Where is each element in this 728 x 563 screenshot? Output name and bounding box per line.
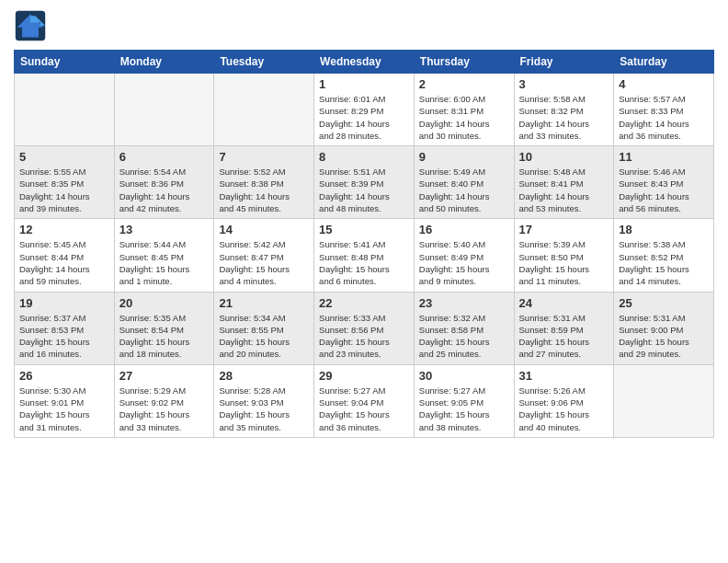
- weekday-header-monday: Monday: [114, 51, 214, 74]
- logo-area: [14, 9, 51, 42]
- week-row-2: 5Sunrise: 5:55 AM Sunset: 8:35 PM Daylig…: [15, 146, 714, 219]
- day-number: 21: [219, 296, 309, 310]
- day-number: 7: [219, 150, 309, 164]
- day-info: Sunrise: 6:00 AM Sunset: 8:31 PM Dayligh…: [419, 93, 509, 142]
- calendar-cell: 25Sunrise: 5:31 AM Sunset: 9:00 PM Dayli…: [614, 292, 714, 364]
- day-number: 5: [19, 150, 109, 164]
- calendar-cell: 24Sunrise: 5:31 AM Sunset: 8:59 PM Dayli…: [514, 292, 614, 364]
- calendar-cell: 13Sunrise: 5:44 AM Sunset: 8:45 PM Dayli…: [114, 219, 214, 292]
- day-info: Sunrise: 5:32 AM Sunset: 8:58 PM Dayligh…: [419, 312, 509, 361]
- weekday-header-wednesday: Wednesday: [314, 51, 415, 74]
- week-row-4: 19Sunrise: 5:37 AM Sunset: 8:53 PM Dayli…: [15, 292, 714, 364]
- calendar-cell: 21Sunrise: 5:34 AM Sunset: 8:55 PM Dayli…: [214, 292, 314, 364]
- calendar-cell: 2Sunrise: 6:00 AM Sunset: 8:31 PM Daylig…: [414, 74, 514, 146]
- weekday-header-tuesday: Tuesday: [214, 51, 314, 74]
- calendar-cell: 28Sunrise: 5:28 AM Sunset: 9:03 PM Dayli…: [214, 364, 314, 437]
- day-number: 24: [519, 296, 609, 310]
- day-info: Sunrise: 5:48 AM Sunset: 8:41 PM Dayligh…: [519, 166, 609, 214]
- day-info: Sunrise: 5:30 AM Sunset: 9:01 PM Dayligh…: [19, 385, 109, 433]
- calendar-cell: 29Sunrise: 5:27 AM Sunset: 9:04 PM Dayli…: [314, 364, 415, 437]
- calendar-cell: 26Sunrise: 5:30 AM Sunset: 9:01 PM Dayli…: [15, 364, 115, 437]
- logo-icon: [14, 9, 47, 42]
- day-number: 30: [419, 369, 509, 383]
- calendar-cell: 20Sunrise: 5:35 AM Sunset: 8:54 PM Dayli…: [114, 292, 214, 364]
- day-number: 13: [119, 223, 210, 236]
- day-info: Sunrise: 5:27 AM Sunset: 9:04 PM Dayligh…: [319, 385, 409, 433]
- day-number: 22: [319, 296, 409, 310]
- day-number: 4: [619, 77, 709, 91]
- page-header: [14, 9, 714, 42]
- calendar-cell: 22Sunrise: 5:33 AM Sunset: 8:56 PM Dayli…: [314, 292, 415, 364]
- calendar-cell: 8Sunrise: 5:51 AM Sunset: 8:39 PM Daylig…: [314, 146, 415, 219]
- day-info: Sunrise: 5:27 AM Sunset: 9:05 PM Dayligh…: [419, 385, 509, 433]
- calendar-cell: 17Sunrise: 5:39 AM Sunset: 8:50 PM Dayli…: [514, 219, 614, 292]
- day-number: 8: [319, 150, 409, 164]
- day-info: Sunrise: 5:35 AM Sunset: 8:54 PM Dayligh…: [119, 312, 210, 361]
- day-number: 28: [219, 369, 309, 383]
- day-info: Sunrise: 5:31 AM Sunset: 8:59 PM Dayligh…: [519, 312, 609, 361]
- calendar-cell: 27Sunrise: 5:29 AM Sunset: 9:02 PM Dayli…: [114, 364, 214, 437]
- day-info: Sunrise: 5:40 AM Sunset: 8:49 PM Dayligh…: [419, 238, 509, 287]
- day-info: Sunrise: 5:29 AM Sunset: 9:02 PM Dayligh…: [119, 385, 210, 433]
- week-row-1: 1Sunrise: 6:01 AM Sunset: 8:29 PM Daylig…: [15, 74, 714, 146]
- day-info: Sunrise: 5:42 AM Sunset: 8:47 PM Dayligh…: [219, 238, 309, 287]
- day-info: Sunrise: 5:46 AM Sunset: 8:43 PM Dayligh…: [619, 166, 709, 214]
- calendar-cell: 14Sunrise: 5:42 AM Sunset: 8:47 PM Dayli…: [214, 219, 314, 292]
- week-row-3: 12Sunrise: 5:45 AM Sunset: 8:44 PM Dayli…: [15, 219, 714, 292]
- day-info: Sunrise: 5:26 AM Sunset: 9:06 PM Dayligh…: [519, 385, 609, 433]
- day-info: Sunrise: 5:54 AM Sunset: 8:36 PM Dayligh…: [119, 166, 210, 214]
- calendar-cell: [15, 74, 115, 146]
- calendar-cell: 10Sunrise: 5:48 AM Sunset: 8:41 PM Dayli…: [514, 146, 614, 219]
- day-info: Sunrise: 5:28 AM Sunset: 9:03 PM Dayligh…: [219, 385, 309, 433]
- day-info: Sunrise: 5:49 AM Sunset: 8:40 PM Dayligh…: [419, 166, 509, 214]
- calendar-cell: 19Sunrise: 5:37 AM Sunset: 8:53 PM Dayli…: [15, 292, 115, 364]
- calendar-page: SundayMondayTuesdayWednesdayThursdayFrid…: [0, 0, 728, 563]
- calendar-cell: 18Sunrise: 5:38 AM Sunset: 8:52 PM Dayli…: [614, 219, 714, 292]
- day-info: Sunrise: 5:51 AM Sunset: 8:39 PM Dayligh…: [319, 166, 409, 214]
- day-number: 12: [19, 223, 109, 236]
- calendar-cell: [114, 74, 214, 146]
- calendar-cell: 15Sunrise: 5:41 AM Sunset: 8:48 PM Dayli…: [314, 219, 415, 292]
- weekday-header-sunday: Sunday: [15, 51, 115, 74]
- day-number: 20: [119, 296, 210, 310]
- day-info: Sunrise: 5:57 AM Sunset: 8:33 PM Dayligh…: [619, 93, 709, 142]
- calendar-cell: 7Sunrise: 5:52 AM Sunset: 8:38 PM Daylig…: [214, 146, 314, 219]
- day-number: 9: [419, 150, 509, 164]
- weekday-header-row: SundayMondayTuesdayWednesdayThursdayFrid…: [15, 51, 714, 74]
- calendar-cell: 16Sunrise: 5:40 AM Sunset: 8:49 PM Dayli…: [414, 219, 514, 292]
- day-number: 25: [619, 296, 709, 310]
- day-info: Sunrise: 5:44 AM Sunset: 8:45 PM Dayligh…: [119, 238, 210, 287]
- calendar-cell: 5Sunrise: 5:55 AM Sunset: 8:35 PM Daylig…: [15, 146, 115, 219]
- day-number: 3: [519, 77, 609, 91]
- week-row-5: 26Sunrise: 5:30 AM Sunset: 9:01 PM Dayli…: [15, 364, 714, 437]
- day-info: Sunrise: 5:34 AM Sunset: 8:55 PM Dayligh…: [219, 312, 309, 361]
- day-number: 14: [219, 223, 309, 236]
- day-number: 15: [319, 223, 409, 236]
- day-info: Sunrise: 5:33 AM Sunset: 8:56 PM Dayligh…: [319, 312, 409, 361]
- weekday-header-thursday: Thursday: [414, 51, 514, 74]
- day-info: Sunrise: 5:45 AM Sunset: 8:44 PM Dayligh…: [19, 238, 109, 287]
- calendar-table: SundayMondayTuesdayWednesdayThursdayFrid…: [14, 50, 714, 438]
- day-number: 2: [419, 77, 509, 91]
- day-info: Sunrise: 5:41 AM Sunset: 8:48 PM Dayligh…: [319, 238, 409, 287]
- calendar-cell: 3Sunrise: 5:58 AM Sunset: 8:32 PM Daylig…: [514, 74, 614, 146]
- calendar-cell: 11Sunrise: 5:46 AM Sunset: 8:43 PM Dayli…: [614, 146, 714, 219]
- day-number: 19: [19, 296, 109, 310]
- calendar-cell: 31Sunrise: 5:26 AM Sunset: 9:06 PM Dayli…: [514, 364, 614, 437]
- day-number: 31: [519, 369, 609, 383]
- day-info: Sunrise: 5:31 AM Sunset: 9:00 PM Dayligh…: [619, 312, 709, 361]
- day-info: Sunrise: 5:55 AM Sunset: 8:35 PM Dayligh…: [19, 166, 109, 214]
- day-number: 11: [619, 150, 709, 164]
- weekday-header-friday: Friday: [514, 51, 614, 74]
- day-info: Sunrise: 5:38 AM Sunset: 8:52 PM Dayligh…: [619, 238, 709, 287]
- day-number: 16: [419, 223, 509, 236]
- calendar-cell: [214, 74, 314, 146]
- weekday-header-saturday: Saturday: [614, 51, 714, 74]
- calendar-cell: [614, 364, 714, 437]
- calendar-cell: 1Sunrise: 6:01 AM Sunset: 8:29 PM Daylig…: [314, 74, 415, 146]
- calendar-cell: 23Sunrise: 5:32 AM Sunset: 8:58 PM Dayli…: [414, 292, 514, 364]
- day-number: 6: [119, 150, 210, 164]
- day-info: Sunrise: 6:01 AM Sunset: 8:29 PM Dayligh…: [319, 93, 409, 142]
- calendar-cell: 4Sunrise: 5:57 AM Sunset: 8:33 PM Daylig…: [614, 74, 714, 146]
- day-number: 18: [619, 223, 709, 236]
